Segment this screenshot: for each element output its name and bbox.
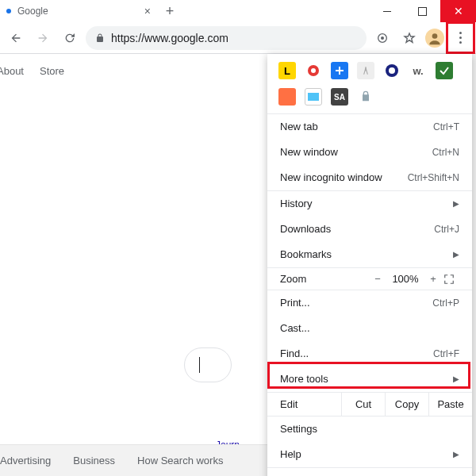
- menu-label: Print...: [280, 296, 310, 310]
- menu-label: Bookmarks: [280, 248, 332, 262]
- menu-item-new-incognito[interactable]: New incognito windowCtrl+Shift+N: [267, 165, 472, 190]
- address-bar[interactable]: https://www.google.com: [86, 26, 367, 50]
- menu-item-settings[interactable]: Settings: [267, 416, 472, 442]
- location-icon[interactable]: [371, 27, 393, 49]
- tab-title: Google: [17, 6, 48, 17]
- menu-item-new-window[interactable]: New windowCtrl+N: [267, 140, 472, 165]
- svg-point-2: [432, 33, 438, 39]
- extension-icon[interactable]: [278, 88, 296, 106]
- menu-label: Edit: [267, 393, 341, 416]
- menu-item-new-tab[interactable]: New tabCtrl+T: [267, 114, 472, 140]
- back-button[interactable]: [5, 27, 27, 49]
- edit-copy-button[interactable]: Copy: [385, 393, 428, 416]
- menu-item-bookmarks[interactable]: Bookmarks▶: [267, 242, 472, 267]
- footer-how-search-works[interactable]: How Search works: [137, 455, 223, 466]
- extension-icon[interactable]: L: [278, 62, 296, 79]
- zoom-value: 100%: [388, 273, 423, 285]
- search-box[interactable]: [184, 347, 232, 382]
- menu-label: More tools: [280, 372, 328, 386]
- bookmark-star-icon[interactable]: [398, 27, 420, 49]
- reload-button[interactable]: [59, 27, 81, 49]
- extension-icon[interactable]: [383, 62, 401, 79]
- submenu-arrow-icon: ▶: [453, 248, 459, 262]
- edit-cut-button[interactable]: Cut: [341, 393, 385, 416]
- svg-rect-7: [308, 93, 319, 101]
- zoom-out-button[interactable]: −: [367, 273, 388, 285]
- nav-about[interactable]: About: [0, 65, 24, 77]
- browser-toolbar: https://www.google.com: [0, 22, 476, 54]
- menu-shortcut: Ctrl+J: [434, 222, 459, 236]
- menu-label: Find...: [280, 347, 309, 361]
- window-close-button[interactable]: ✕: [440, 0, 476, 22]
- menu-item-more-tools[interactable]: More tools▶: [267, 367, 472, 392]
- extension-icon[interactable]: [331, 62, 348, 79]
- menu-shortcut: Ctrl+T: [433, 120, 459, 134]
- menu-label: Cast...: [280, 321, 310, 336]
- menu-label: Downloads: [280, 222, 331, 236]
- extensions-row: L w. SA: [267, 54, 472, 113]
- menu-label: Zoom: [280, 273, 367, 285]
- menu-label: New tab: [280, 120, 318, 134]
- menu-shortcut: Ctrl+P: [432, 296, 459, 310]
- titlebar-drag-area[interactable]: [181, 0, 369, 22]
- profile-avatar[interactable]: [425, 29, 444, 48]
- menu-label: Help: [280, 447, 301, 462]
- submenu-arrow-icon: ▶: [453, 447, 459, 462]
- title-bar: Google × + ✕: [0, 0, 476, 22]
- menu-item-cast[interactable]: Cast...: [267, 316, 472, 341]
- zoom-in-button[interactable]: +: [423, 273, 443, 285]
- window-minimize-button[interactable]: [369, 0, 405, 22]
- window-controls: ✕: [369, 0, 476, 22]
- menu-item-zoom: Zoom − 100% +: [267, 268, 472, 290]
- lock-icon: [95, 33, 105, 43]
- extension-icon[interactable]: [357, 88, 374, 106]
- forward-button[interactable]: [32, 27, 54, 49]
- menu-label: Settings: [280, 422, 317, 436]
- menu-item-print[interactable]: Print...Ctrl+P: [267, 290, 472, 316]
- menu-item-exit[interactable]: Exit: [267, 468, 472, 476]
- chrome-menu: L w. SA New tabCtrl+T New windowCtrl+N N…: [267, 54, 472, 476]
- favicon-icon: [6, 9, 11, 13]
- extension-icon[interactable]: [357, 62, 374, 79]
- menu-item-help[interactable]: Help▶: [267, 442, 472, 467]
- menu-shortcut: Ctrl+Shift+N: [408, 171, 459, 185]
- menu-item-downloads[interactable]: DownloadsCtrl+J: [267, 217, 472, 242]
- menu-shortcut: Ctrl+F: [433, 347, 459, 361]
- new-tab-button[interactable]: +: [159, 0, 181, 22]
- menu-item-edit: Edit Cut Copy Paste: [267, 393, 472, 416]
- extension-icon[interactable]: w.: [409, 62, 427, 79]
- url-text: https://www.google.com: [111, 32, 228, 44]
- window-maximize-button[interactable]: [405, 0, 440, 22]
- svg-point-1: [381, 36, 384, 40]
- footer-advertising[interactable]: Advertising: [0, 455, 51, 466]
- svg-point-4: [311, 68, 316, 73]
- menu-label: New incognito window: [280, 171, 382, 185]
- svg-point-6: [389, 67, 395, 74]
- extension-icon[interactable]: [436, 62, 453, 79]
- extension-icon[interactable]: SA: [331, 88, 348, 106]
- footer-business[interactable]: Business: [73, 455, 115, 466]
- menu-shortcut: Ctrl+N: [432, 145, 459, 159]
- tab-close-icon[interactable]: ×: [144, 5, 151, 17]
- extension-icon[interactable]: [305, 88, 322, 106]
- extension-icon[interactable]: [305, 62, 322, 79]
- submenu-arrow-icon: ▶: [453, 372, 459, 386]
- submenu-arrow-icon: ▶: [453, 197, 459, 211]
- edit-paste-button[interactable]: Paste: [428, 393, 472, 416]
- menu-item-find[interactable]: Find...Ctrl+F: [267, 341, 472, 367]
- menu-item-history[interactable]: History▶: [267, 191, 472, 217]
- menu-label: New window: [280, 145, 338, 159]
- nav-store[interactable]: Store: [40, 65, 64, 77]
- chrome-menu-button[interactable]: [449, 27, 471, 49]
- browser-tab[interactable]: Google ×: [0, 0, 159, 22]
- menu-label: History: [280, 197, 312, 211]
- text-cursor: [199, 357, 200, 373]
- fullscreen-icon[interactable]: [443, 274, 464, 285]
